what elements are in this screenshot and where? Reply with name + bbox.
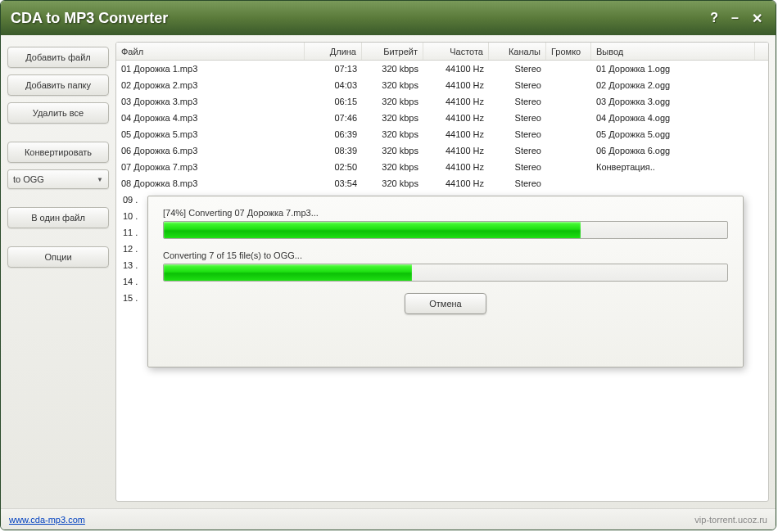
options-button[interactable]: Опции: [7, 246, 109, 268]
cell-len: 02:50: [305, 160, 362, 174]
cell-vol: [546, 165, 591, 169]
cell-file: 06 Дорожка 6.mp3: [116, 144, 305, 157]
footer-link[interactable]: www.cda-mp3.com: [9, 515, 85, 525]
table-row[interactable]: 01 Дорожка 1.mp307:13320 kbps44100 HzSte…: [116, 61, 768, 77]
close-button[interactable]: ✕: [749, 9, 766, 28]
cell-file: 03 Дорожка 3.mp3: [116, 95, 305, 108]
progress-fill-1: [164, 222, 581, 238]
app-title: CDA to MP3 Converter: [11, 10, 707, 27]
th-volume[interactable]: Громко: [546, 43, 591, 60]
th-length[interactable]: Длина: [305, 43, 362, 60]
cell-len: 07:13: [305, 62, 362, 75]
cell-freq: 44100 Hz: [423, 144, 489, 157]
cell-vol: [546, 100, 591, 103]
table-row[interactable]: 03 Дорожка 3.mp306:15320 kbps44100 HzSte…: [116, 93, 768, 110]
cell-vol: [546, 133, 591, 136]
cell-freq: 44100 Hz: [423, 62, 489, 75]
cell-ch: Stereo: [489, 144, 546, 157]
cell-len: 07:46: [305, 111, 362, 124]
app-window: CDA to MP3 Converter ? – ✕ Добавить файл…: [0, 0, 776, 530]
cell-out: 02 Дорожка 2.ogg: [591, 79, 755, 92]
progress-label-2: Converting 7 of 15 file(s) to OGG...: [163, 250, 728, 260]
cell-out: Конвертация..: [591, 160, 755, 174]
cell-len: 08:39: [305, 144, 362, 157]
cancel-button[interactable]: Отмена: [405, 293, 486, 314]
cell-freq: 44100 Hz: [423, 95, 489, 108]
progress-fill-2: [164, 264, 412, 281]
minimize-button[interactable]: –: [728, 9, 742, 28]
cell-freq: 44100 Hz: [423, 79, 489, 92]
cell-bit: 320 kbps: [362, 144, 423, 157]
table-header: Файл Длина Битрейт Частота Каналы Громко…: [116, 43, 768, 61]
cell-vol: [546, 116, 591, 119]
convert-button[interactable]: Конвертировать: [7, 142, 109, 163]
one-file-button[interactable]: В один файл: [7, 207, 109, 228]
table-row[interactable]: 04 Дорожка 4.mp307:46320 kbps44100 HzSte…: [116, 110, 768, 126]
remove-all-button[interactable]: Удалить все: [7, 102, 109, 124]
cell-bit: 320 kbps: [362, 128, 423, 141]
cell-ch: Stereo: [489, 111, 546, 124]
cell-len: 03:54: [305, 177, 362, 190]
cell-freq: 44100 Hz: [423, 111, 489, 124]
format-select-value: to OGG: [13, 174, 44, 184]
progress-bar-1: [163, 221, 728, 239]
cell-bit: 320 kbps: [362, 62, 423, 75]
cell-vol: [546, 149, 591, 152]
table-body: 01 Дорожка 1.mp307:13320 kbps44100 HzSte…: [116, 61, 768, 192]
th-bitrate[interactable]: Битрейт: [362, 43, 423, 60]
progress-bar-2: [163, 264, 728, 282]
cell-ch: Stereo: [489, 128, 546, 141]
cell-out: 01 Дорожка 1.ogg: [591, 62, 755, 75]
cell-bit: 320 kbps: [362, 95, 423, 108]
cell-ch: Stereo: [489, 177, 546, 190]
cell-freq: 44100 Hz: [423, 160, 489, 174]
cell-out: 06 Дорожка 6.ogg: [591, 144, 755, 157]
add-folder-button[interactable]: Добавить папку: [7, 74, 109, 96]
table-row[interactable]: 02 Дорожка 2.mp304:03320 kbps44100 HzSte…: [116, 77, 768, 93]
cell-bit: 320 kbps: [362, 111, 423, 124]
th-output[interactable]: Вывод: [591, 43, 755, 60]
cell-len: 04:03: [305, 79, 362, 92]
table-row[interactable]: 05 Дорожка 5.mp306:39320 kbps44100 HzSte…: [116, 126, 768, 142]
body: Добавить файл Добавить папку Удалить все…: [1, 35, 776, 508]
cell-out: 03 Дорожка 3.ogg: [591, 95, 755, 108]
cell-file: 07 Дорожка 7.mp3: [116, 160, 305, 174]
add-file-button[interactable]: Добавить файл: [7, 47, 109, 68]
sidebar: Добавить файл Добавить папку Удалить все…: [7, 42, 109, 502]
format-select[interactable]: to OGG ▼: [7, 169, 109, 189]
chevron-down-icon: ▼: [97, 176, 103, 183]
watermark: vip-torrent.ucoz.ru: [694, 515, 767, 525]
table-row[interactable]: 06 Дорожка 6.mp308:39320 kbps44100 HzSte…: [116, 142, 768, 159]
cell-bit: 320 kbps: [362, 177, 423, 190]
cell-file: 02 Дорожка 2.mp3: [116, 79, 305, 92]
cell-bit: 320 kbps: [362, 160, 423, 174]
cell-freq: 44100 Hz: [423, 128, 489, 141]
cell-out: 04 Дорожка 4.ogg: [591, 111, 755, 124]
progress-dialog: [74%] Converting 07 Дорожка 7.mp3... Con…: [147, 196, 744, 367]
cell-bit: 320 kbps: [362, 79, 423, 92]
cell-ch: Stereo: [489, 62, 546, 75]
cell-ch: Stereo: [489, 95, 546, 108]
cell-file: 01 Дорожка 1.mp3: [116, 62, 305, 75]
cell-ch: Stereo: [489, 160, 546, 174]
th-channels[interactable]: Каналы: [489, 43, 546, 60]
file-list-panel: Файл Длина Битрейт Частота Каналы Громко…: [115, 42, 769, 502]
help-button[interactable]: ?: [707, 9, 721, 28]
cell-file: 08 Дорожка 8.mp3: [116, 177, 305, 190]
cell-out: 05 Дорожка 5.ogg: [591, 128, 755, 141]
cell-ch: Stereo: [489, 79, 546, 92]
cell-out: [591, 182, 755, 185]
table-row[interactable]: 07 Дорожка 7.mp302:50320 kbps44100 HzSte…: [116, 159, 768, 175]
th-file[interactable]: Файл: [116, 43, 305, 60]
footer: www.cda-mp3.com vip-torrent.ucoz.ru: [1, 508, 776, 530]
titlebar[interactable]: CDA to MP3 Converter ? – ✕: [1, 1, 776, 35]
cell-len: 06:15: [305, 95, 362, 108]
cell-file: 04 Дорожка 4.mp3: [116, 111, 305, 124]
cell-freq: 44100 Hz: [423, 177, 489, 190]
th-frequency[interactable]: Частота: [423, 43, 489, 60]
window-controls: ? – ✕: [707, 9, 766, 28]
cell-len: 06:39: [305, 128, 362, 141]
table-row[interactable]: 08 Дорожка 8.mp303:54320 kbps44100 HzSte…: [116, 175, 768, 192]
progress-label-1: [74%] Converting 07 Дорожка 7.mp3...: [163, 208, 728, 218]
cell-file: 05 Дорожка 5.mp3: [116, 128, 305, 141]
